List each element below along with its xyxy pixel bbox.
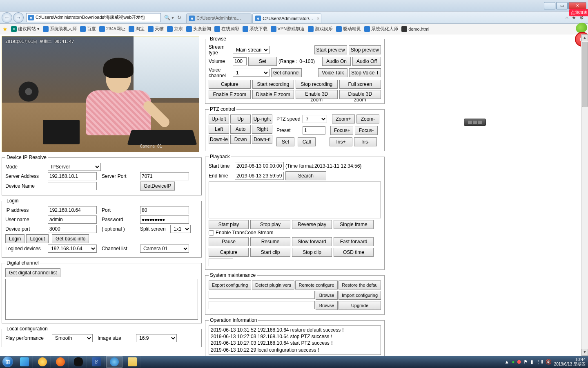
- taskbar-app-icon[interactable]: 8: [88, 356, 105, 368]
- focus-out-button[interactable]: Focus-: [355, 126, 378, 135]
- browser-tab-0[interactable]: e C:\Users\Administrator\Downloads\海康威视w…: [186, 13, 252, 23]
- browse-upgrade-button[interactable]: Browse: [316, 301, 338, 310]
- password-input[interactable]: [140, 215, 189, 224]
- ptz-speed-select[interactable]: 7: [303, 115, 327, 123]
- stop-voice-button[interactable]: Stop Voice T: [349, 68, 381, 77]
- server-address-input[interactable]: [48, 172, 97, 180]
- ptz-down-button[interactable]: Down: [230, 135, 251, 144]
- ptz-down-left-button[interactable]: Down-le: [209, 135, 229, 144]
- nav-forward-button[interactable]: →: [13, 12, 24, 23]
- device-name-input[interactable]: [48, 182, 97, 190]
- window-close-button[interactable]: ✕: [568, 2, 586, 9]
- fav-item[interactable]: VPN游戏加速: [271, 26, 305, 32]
- preset-input[interactable]: [303, 126, 325, 135]
- nav-back-button[interactable]: ←: [2, 12, 12, 23]
- enable-3d-zoom-button[interactable]: Enable 3D zoom: [296, 90, 338, 99]
- osd-time-button[interactable]: OSD time: [334, 248, 374, 257]
- logined-devices-select[interactable]: 192.168.10.64: [48, 245, 97, 253]
- fav-suggested[interactable]: b建议网站 ▾: [11, 26, 40, 32]
- scroll-up-arrow-icon[interactable]: ▲: [581, 34, 588, 41]
- username-input[interactable]: [48, 215, 97, 224]
- window-min-button[interactable]: —: [544, 2, 555, 9]
- restore-default-button[interactable]: Restore the defau: [339, 280, 381, 289]
- scroll-thumb[interactable]: [582, 42, 588, 107]
- fast-forward-button[interactable]: Fast forward: [334, 237, 374, 246]
- fav-item[interactable]: 淘宝: [129, 26, 145, 32]
- start-clip-button[interactable]: Start clip: [250, 248, 290, 257]
- pause-button[interactable]: Pause: [209, 237, 249, 246]
- device-port-input[interactable]: [48, 225, 97, 233]
- get-channel-button[interactable]: Get channel: [271, 68, 302, 77]
- tray-volume-icon[interactable]: 🔇: [546, 359, 552, 365]
- home-icon[interactable]: ⌂: [566, 15, 568, 20]
- stop-clip-button[interactable]: Stop clip: [292, 248, 332, 257]
- volume-set-button[interactable]: Set: [248, 57, 277, 66]
- fav-item[interactable]: 京东: [167, 26, 183, 32]
- upgrade-path-input[interactable]: [209, 301, 315, 309]
- tray-network-icon[interactable]: ▮: [530, 359, 533, 365]
- disable-e-zoom-button[interactable]: Disable E zoom: [252, 90, 294, 99]
- get-basic-info-button[interactable]: Get basic info: [52, 234, 89, 243]
- taskbar-app-icon[interactable]: [34, 356, 51, 368]
- reverse-play-button[interactable]: Reverse play: [292, 220, 332, 229]
- voice-talk-button[interactable]: Voice Talk: [318, 68, 347, 77]
- fav-item[interactable]: 系统优化大师: [364, 26, 398, 32]
- fav-item[interactable]: 在线购彩: [214, 26, 239, 32]
- refresh-icon[interactable]: ↻: [177, 15, 181, 20]
- page-scrollbar[interactable]: ▲ ▼: [581, 34, 588, 356]
- slow-forward-button[interactable]: Slow forward: [292, 237, 332, 246]
- preset-call-button[interactable]: Call: [298, 137, 316, 146]
- fav-item[interactable]: 天猫: [148, 26, 164, 32]
- taskbar-ie-icon[interactable]: [106, 356, 122, 368]
- add-favorite-icon[interactable]: ★: [2, 26, 8, 32]
- single-frame-button[interactable]: Single frame: [334, 220, 374, 229]
- ptz-right-button[interactable]: Right: [252, 125, 272, 134]
- stop-preview-button[interactable]: Stop preview: [349, 45, 381, 54]
- stop-recording-button[interactable]: Stop recording: [296, 80, 338, 89]
- taskbar-qq-icon[interactable]: [70, 356, 87, 368]
- import-path-input[interactable]: [209, 291, 315, 299]
- fav-item[interactable]: 游戏娱乐: [308, 26, 333, 32]
- ptz-up-right-button[interactable]: Up-right: [252, 114, 272, 123]
- play-performance-select[interactable]: Smooth: [52, 334, 93, 342]
- upgrade-button[interactable]: Upgrade: [339, 301, 381, 310]
- fav-item[interactable]: 2345网址: [99, 26, 125, 32]
- zoom-out-button[interactable]: Zoom-: [356, 114, 379, 123]
- browser-tab-1[interactable]: e C:\Users\Administrator\... ×: [252, 13, 321, 23]
- iris-out-button[interactable]: Iris-: [354, 137, 377, 146]
- full-screen-button[interactable]: Full screen: [339, 80, 381, 89]
- iris-in-button[interactable]: Iris+: [330, 137, 352, 146]
- voice-channel-select[interactable]: 1: [233, 69, 270, 77]
- playback-extra-input[interactable]: [209, 258, 233, 266]
- floating-keyboard-icon[interactable]: [464, 119, 486, 126]
- fav-item[interactable]: 系统下载: [243, 26, 267, 32]
- taskbar-app-icon[interactable]: [16, 356, 33, 368]
- search-button[interactable]: Search: [285, 171, 326, 180]
- login-button[interactable]: Login: [5, 234, 24, 243]
- tray-signal-icon[interactable]: ⋮ll: [536, 359, 543, 365]
- ip-input[interactable]: [48, 206, 97, 214]
- disable-3d-zoom-button[interactable]: Disable 3D zoom: [339, 90, 381, 99]
- get-digital-channel-button[interactable]: Get digital channel list: [5, 268, 60, 277]
- ptz-up-button[interactable]: Up: [230, 114, 251, 123]
- start-recording-button[interactable]: Start recording: [252, 80, 294, 89]
- audio-on-button[interactable]: Audio On: [322, 57, 351, 66]
- digital-channel-listbox[interactable]: [5, 279, 198, 320]
- video-preview[interactable]: 2019年01月01日 星期二 00:41:47 Camera 01: [2, 36, 199, 152]
- taskbar-firefox-icon[interactable]: [52, 356, 69, 368]
- stop-play-button[interactable]: Stop play: [250, 220, 290, 229]
- fav-demo[interactable]: demo.html: [401, 26, 429, 32]
- start-preview-button[interactable]: Start preview: [314, 45, 347, 54]
- preset-set-button[interactable]: Set: [276, 137, 294, 146]
- detect-plugin-button[interactable]: Detect plugin vers: [252, 280, 294, 289]
- server-port-input[interactable]: [140, 172, 189, 180]
- logout-button[interactable]: Logout: [26, 234, 49, 243]
- volume-input[interactable]: [233, 57, 247, 65]
- audio-off-button[interactable]: Audio Off: [352, 57, 381, 66]
- browse-import-button[interactable]: Browse: [316, 291, 338, 300]
- split-screen-select[interactable]: 1x1: [170, 225, 191, 233]
- mode-select[interactable]: IPServer: [48, 163, 101, 171]
- tray-flag-icon[interactable]: ⚑: [523, 359, 528, 365]
- export-config-button[interactable]: Export configuring: [209, 280, 251, 289]
- operation-log[interactable]: 2019-06-13 10:31:52 192.168.10.64 restor…: [209, 325, 381, 355]
